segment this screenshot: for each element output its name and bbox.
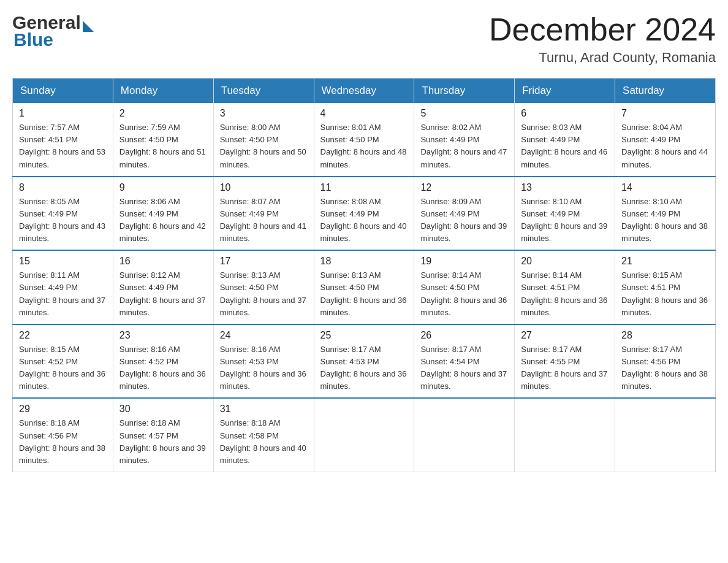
day-number: 28	[621, 330, 709, 341]
calendar-day-cell: 12Sunrise: 8:09 AMSunset: 4:49 PMDayligh…	[414, 177, 515, 251]
day-number: 11	[320, 182, 408, 193]
weekday-header-monday: Monday	[113, 79, 213, 104]
day-number: 6	[521, 108, 609, 119]
calendar-day-cell: 2Sunrise: 7:59 AMSunset: 4:50 PMDaylight…	[113, 103, 213, 177]
day-info: Sunrise: 8:03 AMSunset: 4:49 PMDaylight:…	[521, 121, 609, 171]
calendar-day-cell: 22Sunrise: 8:15 AMSunset: 4:52 PMDayligh…	[13, 324, 113, 399]
day-info: Sunrise: 8:14 AMSunset: 4:50 PMDaylight:…	[420, 269, 508, 319]
calendar-empty-cell	[515, 398, 615, 472]
day-info: Sunrise: 8:15 AMSunset: 4:52 PMDaylight:…	[19, 343, 107, 393]
day-number: 12	[420, 182, 508, 193]
weekday-header-thursday: Thursday	[414, 79, 515, 104]
day-info: Sunrise: 8:14 AMSunset: 4:51 PMDaylight:…	[521, 269, 609, 319]
title-block: December 2024 Turnu, Arad County, Romani…	[489, 12, 716, 66]
calendar-day-cell: 3Sunrise: 8:00 AMSunset: 4:50 PMDaylight…	[213, 103, 314, 177]
calendar-day-cell: 24Sunrise: 8:16 AMSunset: 4:53 PMDayligh…	[213, 324, 314, 399]
day-info: Sunrise: 8:15 AMSunset: 4:51 PMDaylight:…	[621, 269, 709, 319]
day-number: 18	[320, 256, 408, 267]
day-info: Sunrise: 8:16 AMSunset: 4:52 PMDaylight:…	[119, 343, 207, 393]
day-info: Sunrise: 8:18 AMSunset: 4:56 PMDaylight:…	[19, 417, 107, 467]
calendar-week-row: 1Sunrise: 7:57 AMSunset: 4:51 PMDaylight…	[13, 103, 716, 177]
calendar-day-cell: 13Sunrise: 8:10 AMSunset: 4:49 PMDayligh…	[515, 177, 615, 251]
day-info: Sunrise: 8:13 AMSunset: 4:50 PMDaylight:…	[220, 269, 308, 319]
logo-blue-text: Blue	[13, 29, 53, 50]
calendar-empty-cell	[414, 398, 515, 472]
calendar-day-cell: 10Sunrise: 8:07 AMSunset: 4:49 PMDayligh…	[213, 177, 314, 251]
day-info: Sunrise: 8:17 AMSunset: 4:53 PMDaylight:…	[320, 343, 408, 393]
day-number: 23	[119, 330, 207, 341]
weekday-header-friday: Friday	[515, 79, 615, 104]
day-info: Sunrise: 8:02 AMSunset: 4:49 PMDaylight:…	[420, 121, 508, 171]
calendar-day-cell: 29Sunrise: 8:18 AMSunset: 4:56 PMDayligh…	[13, 398, 113, 472]
calendar-week-row: 8Sunrise: 8:05 AMSunset: 4:49 PMDaylight…	[13, 177, 716, 251]
day-info: Sunrise: 7:57 AMSunset: 4:51 PMDaylight:…	[19, 121, 107, 171]
day-number: 15	[19, 256, 107, 267]
day-number: 10	[220, 182, 308, 193]
day-info: Sunrise: 8:10 AMSunset: 4:49 PMDaylight:…	[621, 196, 709, 245]
calendar-day-cell: 1Sunrise: 7:57 AMSunset: 4:51 PMDaylight…	[13, 103, 113, 177]
weekday-header-sunday: Sunday	[13, 79, 113, 104]
weekday-header-saturday: Saturday	[615, 79, 716, 104]
calendar-day-cell: 17Sunrise: 8:13 AMSunset: 4:50 PMDayligh…	[213, 250, 314, 324]
calendar-week-row: 15Sunrise: 8:11 AMSunset: 4:49 PMDayligh…	[13, 250, 716, 324]
day-number: 9	[119, 182, 207, 193]
day-number: 5	[420, 108, 508, 119]
day-info: Sunrise: 8:16 AMSunset: 4:53 PMDaylight:…	[220, 343, 308, 393]
day-info: Sunrise: 8:18 AMSunset: 4:58 PMDaylight:…	[220, 417, 308, 467]
calendar-day-cell: 5Sunrise: 8:02 AMSunset: 4:49 PMDaylight…	[414, 103, 515, 177]
day-info: Sunrise: 8:10 AMSunset: 4:49 PMDaylight:…	[521, 196, 609, 245]
calendar-day-cell: 23Sunrise: 8:16 AMSunset: 4:52 PMDayligh…	[113, 324, 213, 399]
day-info: Sunrise: 8:09 AMSunset: 4:49 PMDaylight:…	[420, 196, 508, 245]
day-info: Sunrise: 8:01 AMSunset: 4:50 PMDaylight:…	[320, 121, 408, 171]
calendar-day-cell: 26Sunrise: 8:17 AMSunset: 4:54 PMDayligh…	[414, 324, 515, 399]
calendar-day-cell: 31Sunrise: 8:18 AMSunset: 4:58 PMDayligh…	[213, 398, 314, 472]
calendar-day-cell: 4Sunrise: 8:01 AMSunset: 4:50 PMDaylight…	[314, 103, 414, 177]
calendar-day-cell: 15Sunrise: 8:11 AMSunset: 4:49 PMDayligh…	[13, 250, 113, 324]
day-info: Sunrise: 8:11 AMSunset: 4:49 PMDaylight:…	[19, 269, 107, 319]
calendar-day-cell: 28Sunrise: 8:17 AMSunset: 4:56 PMDayligh…	[615, 324, 716, 399]
month-year-title: December 2024	[489, 12, 716, 47]
day-number: 17	[220, 256, 308, 267]
logo: General Blue	[12, 12, 94, 50]
calendar-day-cell: 7Sunrise: 8:04 AMSunset: 4:49 PMDaylight…	[615, 103, 716, 177]
calendar-day-cell: 20Sunrise: 8:14 AMSunset: 4:51 PMDayligh…	[515, 250, 615, 324]
day-number: 1	[19, 108, 107, 119]
day-info: Sunrise: 8:13 AMSunset: 4:50 PMDaylight:…	[320, 269, 408, 319]
calendar-day-cell: 25Sunrise: 8:17 AMSunset: 4:53 PMDayligh…	[314, 324, 414, 399]
calendar-week-row: 29Sunrise: 8:18 AMSunset: 4:56 PMDayligh…	[13, 398, 716, 472]
calendar-day-cell: 8Sunrise: 8:05 AMSunset: 4:49 PMDaylight…	[13, 177, 113, 251]
calendar-table: SundayMondayTuesdayWednesdayThursdayFrid…	[12, 78, 716, 472]
calendar-day-cell: 21Sunrise: 8:15 AMSunset: 4:51 PMDayligh…	[615, 250, 716, 324]
calendar-day-cell: 6Sunrise: 8:03 AMSunset: 4:49 PMDaylight…	[515, 103, 615, 177]
day-number: 2	[119, 108, 207, 119]
calendar-day-cell: 18Sunrise: 8:13 AMSunset: 4:50 PMDayligh…	[314, 250, 414, 324]
day-info: Sunrise: 8:06 AMSunset: 4:49 PMDaylight:…	[119, 196, 207, 245]
day-number: 20	[521, 256, 609, 267]
day-number: 26	[420, 330, 508, 341]
day-number: 29	[19, 404, 107, 415]
calendar-day-cell: 16Sunrise: 8:12 AMSunset: 4:49 PMDayligh…	[113, 250, 213, 324]
day-number: 16	[119, 256, 207, 267]
calendar-day-cell: 9Sunrise: 8:06 AMSunset: 4:49 PMDaylight…	[113, 177, 213, 251]
weekday-header-row: SundayMondayTuesdayWednesdayThursdayFrid…	[13, 79, 716, 104]
calendar-empty-cell	[615, 398, 716, 472]
day-info: Sunrise: 8:04 AMSunset: 4:49 PMDaylight:…	[621, 121, 709, 171]
day-info: Sunrise: 7:59 AMSunset: 4:50 PMDaylight:…	[119, 121, 207, 171]
calendar-day-cell: 19Sunrise: 8:14 AMSunset: 4:50 PMDayligh…	[414, 250, 515, 324]
location-subtitle: Turnu, Arad County, Romania	[489, 50, 716, 66]
calendar-empty-cell	[314, 398, 414, 472]
calendar-day-cell: 27Sunrise: 8:17 AMSunset: 4:55 PMDayligh…	[515, 324, 615, 399]
weekday-header-tuesday: Tuesday	[213, 79, 314, 104]
day-number: 13	[521, 182, 609, 193]
calendar-week-row: 22Sunrise: 8:15 AMSunset: 4:52 PMDayligh…	[13, 324, 716, 399]
day-info: Sunrise: 8:17 AMSunset: 4:54 PMDaylight:…	[420, 343, 508, 393]
day-info: Sunrise: 8:05 AMSunset: 4:49 PMDaylight:…	[19, 196, 107, 245]
day-number: 24	[220, 330, 308, 341]
day-info: Sunrise: 8:12 AMSunset: 4:49 PMDaylight:…	[119, 269, 207, 319]
calendar-day-cell: 11Sunrise: 8:08 AMSunset: 4:49 PMDayligh…	[314, 177, 414, 251]
day-number: 3	[220, 108, 308, 119]
day-number: 19	[420, 256, 508, 267]
day-info: Sunrise: 8:08 AMSunset: 4:49 PMDaylight:…	[320, 196, 408, 245]
day-number: 30	[119, 404, 207, 415]
day-number: 25	[320, 330, 408, 341]
